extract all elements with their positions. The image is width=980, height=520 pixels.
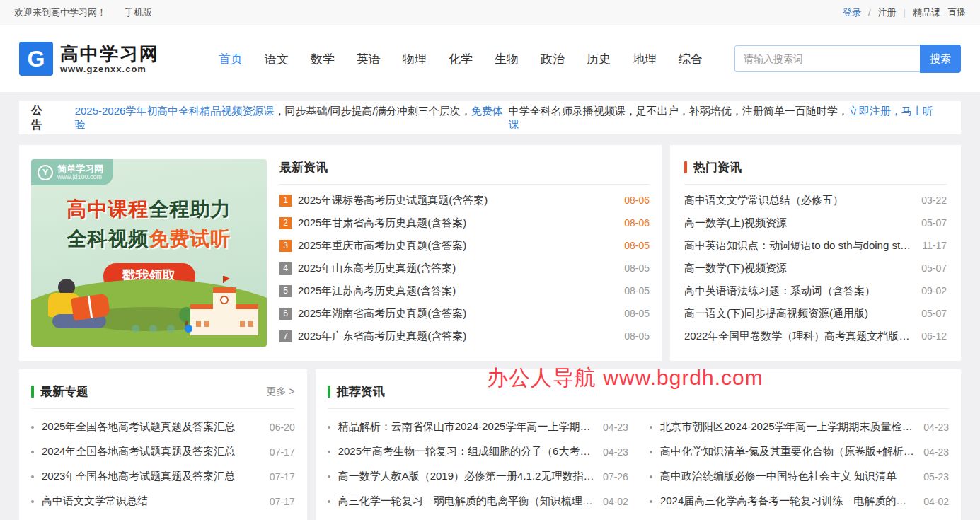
nav-item[interactable]: 化学	[449, 51, 473, 67]
nav-item[interactable]: 数学	[311, 51, 335, 67]
news-title-link[interactable]: 2025年甘肃省高考历史真题(含答案)	[298, 216, 616, 230]
nav-item[interactable]: 语文	[265, 51, 289, 67]
news-row[interactable]: 3 2025年重庆市高考历史真题(含答案) 08-05	[279, 234, 650, 257]
announcement-label: 公告	[31, 103, 54, 133]
bullet-icon	[31, 451, 34, 453]
reco-title-link[interactable]: 高三化学一轮复习—弱电解质的电离平衡（知识梳理及...	[338, 495, 594, 508]
nav-item[interactable]: 物理	[403, 51, 427, 67]
reco-title-link[interactable]: 精品解析：云南省保山市2024-2025学年高一上学期期...	[338, 420, 594, 434]
news-date: 09-02	[921, 285, 947, 296]
rank-badge: 7	[279, 330, 292, 342]
news-row[interactable]: 高中英语知识点：动词短语to do sth与doing sth... 11-17	[684, 234, 947, 257]
news-row[interactable]: 7 2025年广东省高考历史真题(含答案) 08-05	[279, 325, 650, 347]
page: 欢迎来到高中学习网！ 手机版 登录 / 注册 | 精品课 直播 G 高中学习网 …	[0, 0, 980, 520]
login-link[interactable]: 登录	[843, 6, 861, 19]
reco-title-link[interactable]: 2024届高三化学高考备考一轮复习训练—电解质的电离...	[660, 495, 915, 508]
news-title-link[interactable]: 2025年湖南省高考历史真题(含答案)	[298, 307, 616, 320]
search-button[interactable]: 搜索	[920, 45, 961, 73]
search-input[interactable]	[734, 45, 920, 72]
reco-title-link[interactable]: 2025年高考生物一轮复习：组成细胞的分子（6大考点+...	[338, 445, 594, 458]
announcement-link-course[interactable]: 2025-2026学年初高中全科精品视频资源课	[75, 105, 275, 117]
news-title-link[interactable]: 高中英语语法练习题：系动词（含答案）	[684, 284, 913, 298]
topic-row[interactable]: 2024年全国各地高考试题真题及答案汇总 07-17	[31, 439, 295, 464]
reco-title-link[interactable]: 北京市朝阳区2024-2025学年高一上学期期末质量检测...	[660, 420, 915, 434]
mobile-version-link[interactable]: 手机版	[125, 6, 152, 19]
register-link[interactable]: 注册	[878, 6, 897, 19]
section-bar-icon	[684, 161, 687, 173]
news-date: 08-05	[624, 308, 650, 319]
nav-item[interactable]: 综合	[679, 51, 703, 67]
news-title-link[interactable]: 高一数学(下)视频资源	[684, 262, 913, 275]
recommended-columns: 精品解析：云南省保山市2024-2025学年高一上学期期... 04-23 20…	[328, 409, 949, 514]
site-url: www.gzenxx.com	[60, 64, 159, 74]
news-title-link[interactable]: 2025年课标卷高考历史试题真题(含答案)	[298, 194, 616, 207]
headline-part: 全科视频	[67, 228, 149, 250]
nav-item[interactable]: 地理	[633, 51, 657, 67]
nav-item[interactable]: 生物	[495, 51, 519, 67]
bullet-icon	[31, 475, 34, 478]
nav-item[interactable]: 历史	[587, 51, 611, 67]
topic-row[interactable]: 2023年全国各地高考试题真题及答案汇总 07-17	[31, 464, 295, 489]
reco-row[interactable]: 北京市朝阳区2024-2025学年高一上学期期末质量检测... 04-23	[650, 415, 949, 439]
more-link[interactable]: 更多 >	[267, 386, 295, 398]
news-title-link[interactable]: 高一语文(下)同步提高视频资源(通用版)	[684, 307, 913, 320]
news-title-link[interactable]: 2025年山东高考历史真题(含答案)	[298, 262, 616, 275]
latest-topics-title-text: 最新专题	[40, 383, 88, 400]
news-row[interactable]: 5 2025年江苏高考历史真题(含答案) 08-05	[279, 279, 650, 302]
carousel-dot[interactable]	[185, 325, 192, 333]
news-row[interactable]: 高一数学(上)视频资源 05-07	[684, 212, 947, 234]
reco-title-link[interactable]: 高中化学知识清单-氮及其重要化合物（原卷版+解析版）	[660, 445, 915, 458]
reco-date: 04-02	[923, 496, 949, 507]
nav-item[interactable]: 首页	[219, 51, 243, 67]
news-row[interactable]: 1 2025年课标卷高考历史试题真题(含答案) 08-06	[279, 189, 650, 212]
topic-title-link[interactable]: 高中语文文学常识总结	[42, 495, 261, 508]
topic-row[interactable]: 2025年全国各地高考试题真题及答案汇总 06-20	[31, 415, 295, 439]
live-link[interactable]: 直播	[947, 6, 966, 19]
topic-title-link[interactable]: 2024年全国各地高考试题真题及答案汇总	[42, 445, 261, 458]
reco-title-link[interactable]: 高中政治统编版必修一中国特色社会主义 知识清单	[660, 470, 915, 483]
topic-title-link[interactable]: 2025年全国各地高考试题真题及答案汇总	[42, 420, 261, 434]
news-title-link[interactable]: 2025年广东省高考历史真题(含答案)	[298, 330, 616, 343]
topic-row[interactable]: 高中语文文学常识总结 07-17	[31, 489, 295, 514]
carousel-dot[interactable]	[132, 325, 139, 333]
premium-course-link[interactable]: 精品课	[913, 6, 940, 19]
bullet-icon	[650, 500, 652, 503]
topic-date: 07-17	[270, 471, 295, 483]
recommended-title-text: 推荐资讯	[337, 383, 385, 400]
news-title-link[interactable]: 高中语文文学常识总结（必修五）	[684, 194, 913, 207]
news-row[interactable]: 2022年全国甲卷数学（理科）高考真题文档版（... 06-12	[684, 325, 947, 347]
news-row[interactable]: 6 2025年湖南省高考历史真题(含答案) 08-05	[279, 302, 650, 325]
reco-title-link[interactable]: 高一数学人教A版（2019）必修第一册4.1.2无理数指数...	[338, 470, 594, 483]
reco-row[interactable]: 2025年高考生物一轮复习：组成细胞的分子（6大考点+... 04-23	[328, 439, 628, 464]
nav-item[interactable]: 政治	[541, 51, 565, 67]
site-logo[interactable]: G 高中学习网 www.gzenxx.com	[19, 42, 159, 76]
reco-row[interactable]: 高三化学一轮复习—弱电解质的电离平衡（知识梳理及... 04-02	[328, 489, 628, 514]
carousel-dot[interactable]	[149, 325, 157, 333]
rank-badge: 4	[279, 262, 292, 275]
news-title-link[interactable]: 2025年江苏高考历史真题(含答案)	[298, 284, 616, 298]
news-row[interactable]: 高一数学(下)视频资源 05-07	[684, 257, 947, 279]
reco-row[interactable]: 高中政治统编版必修一中国特色社会主义 知识清单 05-23	[650, 464, 949, 489]
hot-news-title: 热门资讯	[684, 159, 742, 175]
news-row[interactable]: 2 2025年甘肃省高考历史真题(含答案) 08-06	[279, 212, 650, 234]
news-title-link[interactable]: 2022年全国甲卷数学（理科）高考真题文档版（...	[684, 330, 913, 343]
topic-title-link[interactable]: 2023年全国各地高考试题真题及答案汇总	[42, 470, 261, 483]
reco-row[interactable]: 高中化学知识清单-氮及其重要化合物（原卷版+解析版） 04-23	[650, 439, 949, 464]
promo-banner[interactable]: Y 简单学习网 www.jd100.com 高中课程全程助力 全科视频免费试听 …	[31, 159, 267, 347]
news-row[interactable]: 高中英语语法练习题：系动词（含答案） 09-02	[684, 279, 947, 302]
reco-row[interactable]: 高一数学人教A版（2019）必修第一册4.1.2无理数指数... 07-26	[328, 464, 628, 489]
carousel-dot[interactable]	[167, 325, 175, 333]
reco-row[interactable]: 精品解析：云南省保山市2024-2025学年高一上学期期... 04-23	[328, 415, 628, 439]
news-title-link[interactable]: 高一数学(上)视频资源	[684, 216, 913, 230]
announcement-text-2: 中学全科名师录播视频课，足不出户，补弱培优，注册简单一百随时学，	[509, 105, 848, 117]
nav-item[interactable]: 英语	[357, 51, 381, 67]
reco-row[interactable]: 2024届高三化学高考备考一轮复习训练—电解质的电离... 04-02	[650, 489, 949, 514]
news-row[interactable]: 高中语文文学常识总结（必修五） 03-22	[684, 189, 947, 212]
topic-date: 07-17	[270, 446, 295, 458]
news-title-link[interactable]: 2025年重庆市高考历史真题(含答案)	[298, 239, 616, 253]
news-row[interactable]: 4 2025年山东高考历史真题(含答案) 08-05	[279, 257, 650, 279]
announcement-bar: 公告 2025-2026学年初高中全科精品视频资源课，同步基础/同步提高/满分冲…	[19, 101, 961, 134]
news-title-link[interactable]: 高中英语知识点：动词短语to do sth与doing sth...	[684, 239, 913, 253]
news-row[interactable]: 高一语文(下)同步提高视频资源(通用版) 05-07	[684, 302, 947, 325]
reco-date: 04-23	[923, 446, 949, 458]
